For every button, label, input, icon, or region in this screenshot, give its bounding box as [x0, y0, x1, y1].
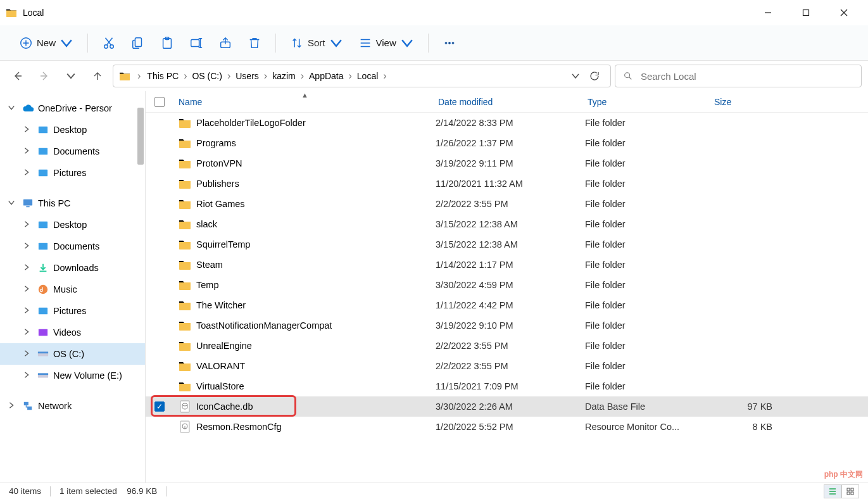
sidebar-item[interactable]: New Volume (E:)	[0, 365, 145, 386]
rename-button[interactable]	[183, 30, 210, 56]
sidebar-item[interactable]: Pictures	[0, 300, 145, 322]
table-row[interactable]: Resmon.ResmonCfg 1/20/2022 5:52 PM Resou…	[146, 417, 868, 437]
drive-icon	[37, 350, 49, 358]
details-view-button[interactable]	[824, 484, 841, 498]
table-row[interactable]: slack 3/15/2022 12:38 AM File folder	[146, 214, 868, 234]
table-row[interactable]: The Witcher 1/11/2022 4:42 PM File folde…	[146, 295, 868, 315]
file-name: Steam	[196, 260, 223, 270]
sidebar-item[interactable]: Network	[0, 395, 145, 417]
table-row[interactable]: Steam 1/14/2022 1:17 PM File folder	[146, 255, 868, 275]
table-row[interactable]: Riot Games 2/2/2022 3:55 PM File folder	[146, 194, 868, 214]
file-type: File folder	[585, 138, 712, 148]
thispc-icon	[22, 198, 34, 208]
expander-icon[interactable]	[23, 306, 33, 316]
file-name: PlaceholderTileLogoFolder	[196, 118, 306, 128]
expander-icon[interactable]	[23, 284, 33, 294]
sidebar-item[interactable]: Downloads	[0, 257, 145, 279]
more-button[interactable]	[436, 30, 463, 56]
share-icon	[218, 36, 232, 50]
up-button[interactable]	[86, 65, 109, 87]
table-row[interactable]: SquirrelTemp 3/15/2022 12:38 AM File fol…	[146, 234, 868, 255]
expander-icon[interactable]	[8, 198, 18, 208]
column-header-date[interactable]: Date modified	[436, 93, 585, 111]
expander-icon[interactable]	[23, 370, 33, 381]
table-row[interactable]: Programs 1/26/2022 1:37 PM File folder	[146, 133, 868, 153]
expander-icon[interactable]	[23, 349, 33, 359]
cut-button[interactable]	[96, 30, 122, 56]
svg-rect-17	[26, 206, 29, 207]
sidebar-item[interactable]: This PC	[0, 193, 145, 214]
new-button[interactable]: New	[13, 30, 80, 56]
breadcrumb-item[interactable]: OS (C:)	[188, 68, 225, 84]
expander-icon[interactable]	[23, 327, 33, 338]
separator	[166, 486, 167, 496]
search-input[interactable]	[641, 71, 853, 82]
breadcrumb-item[interactable]: Local	[353, 68, 382, 84]
file-date: 3/19/2022 9:11 PM	[436, 158, 585, 168]
expander-icon[interactable]	[23, 146, 33, 156]
expander-icon[interactable]	[23, 125, 33, 135]
table-row[interactable]: IconCache.db 3/30/2022 2:26 AM Data Base…	[146, 396, 868, 417]
svg-rect-21	[39, 308, 47, 315]
sidebar-item[interactable]: Videos	[0, 322, 145, 343]
share-button[interactable]	[212, 30, 239, 56]
recent-button[interactable]	[60, 65, 82, 87]
breadcrumb-item[interactable]: kazim	[268, 68, 299, 84]
breadcrumb[interactable]: › This PC›OS (C:)›Users›kazim›AppData›Lo…	[113, 65, 611, 87]
column-header-type[interactable]: Type	[585, 93, 712, 111]
paste-button[interactable]	[154, 30, 180, 56]
copy-button[interactable]	[125, 30, 151, 56]
sidebar-item[interactable]: Documents	[0, 236, 145, 257]
sidebar-item[interactable]: Pictures	[0, 162, 145, 184]
expander-icon[interactable]	[8, 401, 18, 411]
back-button[interactable]	[6, 65, 29, 87]
table-row[interactable]: Temp 3/30/2022 4:59 PM File folder	[146, 275, 868, 295]
table-row[interactable]: UnrealEngine 2/2/2022 3:55 PM File folde…	[146, 336, 868, 356]
minimize-button[interactable]	[749, 0, 787, 25]
folder-icon	[179, 157, 191, 170]
expander-icon[interactable]	[23, 241, 33, 251]
table-row[interactable]: VALORANT 2/2/2022 3:55 PM File folder	[146, 356, 868, 376]
table-row[interactable]: PlaceholderTileLogoFolder 2/14/2022 8:33…	[146, 113, 868, 133]
sidebar-item[interactable]: Music	[0, 279, 145, 300]
sidebar-item[interactable]: Desktop	[0, 214, 145, 236]
forward-button[interactable]	[33, 65, 56, 87]
view-button[interactable]: View	[352, 30, 420, 56]
search-box[interactable]	[615, 65, 862, 87]
thumbnails-view-button[interactable]	[841, 484, 859, 498]
column-header-size[interactable]: Size	[712, 93, 781, 111]
sidebar-item-label: New Volume (E:)	[53, 370, 122, 381]
delete-button[interactable]	[241, 30, 268, 56]
sort-icon	[290, 36, 304, 50]
sidebar-item[interactable]: OneDrive - Persor	[0, 98, 145, 119]
onedrive-icon	[22, 104, 34, 113]
svg-rect-24	[38, 351, 48, 353]
breadcrumb-item[interactable]: AppData	[305, 68, 347, 84]
sidebar-item[interactable]: Desktop	[0, 119, 145, 141]
file-date: 11/20/2021 11:32 AM	[436, 179, 585, 189]
rename-icon	[189, 36, 203, 50]
expander-icon[interactable]	[23, 168, 33, 178]
close-button[interactable]	[825, 0, 863, 25]
status-selection: 1 item selected	[60, 486, 117, 496]
select-all-checkbox[interactable]	[154, 97, 165, 107]
maximize-button[interactable]	[787, 0, 825, 25]
table-row[interactable]: Publishers 11/20/2021 11:32 AM File fold…	[146, 174, 868, 194]
breadcrumb-item[interactable]: This PC	[143, 68, 182, 84]
table-row[interactable]: ToastNotificationManagerCompat 3/19/2022…	[146, 315, 868, 336]
sidebar-scrollbar[interactable]	[137, 108, 144, 165]
sidebar-item[interactable]: OS (C:)	[0, 343, 145, 365]
table-row[interactable]: VirtualStore 11/15/2021 7:09 PM File fol…	[146, 376, 868, 396]
expander-icon[interactable]	[8, 103, 18, 113]
table-row[interactable]: ProtonVPN 3/19/2022 9:11 PM File folder	[146, 153, 868, 174]
row-checkbox[interactable]	[154, 401, 165, 412]
history-dropdown-button[interactable]	[571, 72, 580, 80]
sidebar-item[interactable]: Documents	[0, 141, 145, 162]
sort-button[interactable]: Sort	[284, 30, 349, 56]
breadcrumb-item[interactable]: Users	[232, 68, 263, 84]
file-type: Data Base File	[585, 401, 712, 412]
file-type: File folder	[585, 158, 712, 168]
refresh-button[interactable]	[589, 70, 600, 82]
expander-icon[interactable]	[23, 263, 33, 273]
expander-icon[interactable]	[23, 220, 33, 230]
